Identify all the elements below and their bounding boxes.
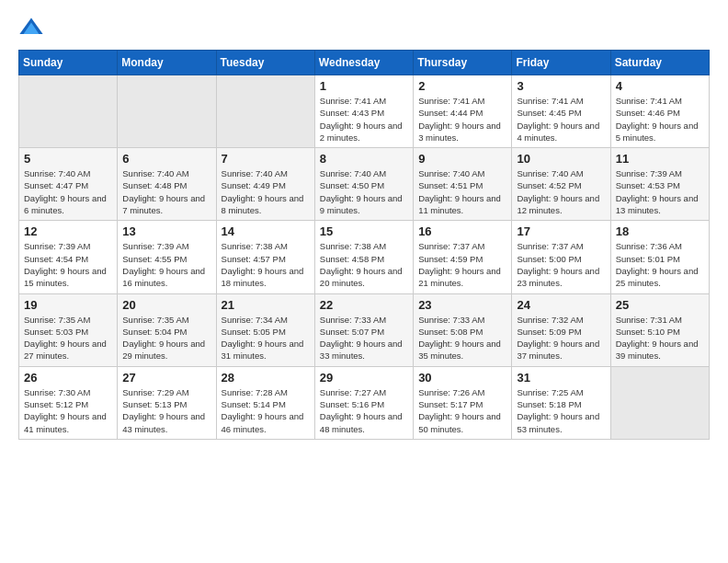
day-number: 23 [418,298,506,312]
day-number: 26 [24,371,112,385]
day-info: Sunrise: 7:28 AMSunset: 5:14 PMDaylight:… [222,386,310,435]
day-info: Sunrise: 7:33 AMSunset: 5:07 PMDaylight:… [320,314,408,362]
day-info: Sunrise: 7:41 AMSunset: 4:43 PMDaylight:… [320,95,408,144]
week-row-1: 1Sunrise: 7:41 AMSunset: 4:43 PMDaylight… [19,75,710,148]
calendar-cell: 7Sunrise: 7:40 AMSunset: 4:49 PMDaylight… [216,148,314,221]
day-number: 12 [24,224,112,238]
weekday-header-thursday: Thursday [414,51,512,75]
day-number: 16 [418,224,506,238]
logo [18,15,46,40]
calendar-cell: 10Sunrise: 7:40 AMSunset: 4:52 PMDayligh… [512,148,610,221]
day-number: 25 [616,298,704,312]
day-info: Sunrise: 7:36 AMSunset: 5:01 PMDaylight:… [616,240,704,289]
day-info: Sunrise: 7:31 AMSunset: 5:10 PMDaylight:… [616,314,704,362]
calendar-cell: 24Sunrise: 7:32 AMSunset: 5:09 PMDayligh… [512,293,610,366]
day-number: 13 [122,224,210,238]
calendar-cell: 1Sunrise: 7:41 AMSunset: 4:43 PMDaylight… [314,75,413,148]
day-number: 14 [222,224,310,238]
day-number: 1 [320,79,408,93]
header [18,15,710,40]
calendar-cell: 19Sunrise: 7:35 AMSunset: 5:03 PMDayligh… [19,293,118,366]
calendar-cell [610,366,709,439]
day-number: 2 [418,79,506,93]
day-info: Sunrise: 7:40 AMSunset: 4:50 PMDaylight:… [320,167,408,216]
day-number: 9 [418,152,506,166]
logo-icon [18,15,44,40]
day-info: Sunrise: 7:40 AMSunset: 4:49 PMDaylight:… [222,167,310,216]
calendar-cell [118,75,216,148]
calendar-cell: 13Sunrise: 7:39 AMSunset: 4:55 PMDayligh… [118,221,216,293]
calendar-cell: 2Sunrise: 7:41 AMSunset: 4:44 PMDaylight… [414,75,512,148]
day-info: Sunrise: 7:39 AMSunset: 4:55 PMDaylight:… [122,240,210,289]
day-info: Sunrise: 7:40 AMSunset: 4:51 PMDaylight:… [418,167,506,216]
day-number: 4 [616,79,704,93]
day-number: 24 [517,298,605,312]
day-number: 18 [616,224,704,238]
day-number: 7 [222,152,310,166]
week-row-5: 26Sunrise: 7:30 AMSunset: 5:12 PMDayligh… [19,366,710,439]
day-info: Sunrise: 7:41 AMSunset: 4:45 PMDaylight:… [517,95,605,144]
day-number: 31 [517,371,605,385]
weekday-header-sunday: Sunday [19,51,118,75]
calendar-cell: 5Sunrise: 7:40 AMSunset: 4:47 PMDaylight… [19,148,118,221]
day-number: 11 [616,152,704,166]
weekday-header-friday: Friday [512,51,610,75]
calendar-cell: 23Sunrise: 7:33 AMSunset: 5:08 PMDayligh… [414,293,512,366]
calendar-cell: 11Sunrise: 7:39 AMSunset: 4:53 PMDayligh… [610,148,709,221]
calendar-cell: 25Sunrise: 7:31 AMSunset: 5:10 PMDayligh… [610,293,709,366]
day-info: Sunrise: 7:26 AMSunset: 5:17 PMDaylight:… [418,386,506,435]
day-info: Sunrise: 7:39 AMSunset: 4:53 PMDaylight:… [616,167,704,216]
week-row-3: 12Sunrise: 7:39 AMSunset: 4:54 PMDayligh… [19,221,710,293]
weekday-header-wednesday: Wednesday [314,51,413,75]
day-number: 17 [517,224,605,238]
day-number: 28 [222,371,310,385]
day-info: Sunrise: 7:41 AMSunset: 4:44 PMDaylight:… [418,95,506,144]
day-info: Sunrise: 7:25 AMSunset: 5:18 PMDaylight:… [517,386,605,435]
day-info: Sunrise: 7:40 AMSunset: 4:52 PMDaylight:… [517,167,605,216]
calendar-table: SundayMondayTuesdayWednesdayThursdayFrid… [18,50,710,440]
day-info: Sunrise: 7:30 AMSunset: 5:12 PMDaylight:… [24,386,112,435]
calendar-cell: 20Sunrise: 7:35 AMSunset: 5:04 PMDayligh… [118,293,216,366]
calendar-cell: 6Sunrise: 7:40 AMSunset: 4:48 PMDaylight… [118,148,216,221]
calendar-cell: 4Sunrise: 7:41 AMSunset: 4:46 PMDaylight… [610,75,709,148]
weekday-header-tuesday: Tuesday [216,51,314,75]
day-info: Sunrise: 7:40 AMSunset: 4:47 PMDaylight:… [24,167,112,216]
calendar-cell: 9Sunrise: 7:40 AMSunset: 4:51 PMDaylight… [414,148,512,221]
week-row-2: 5Sunrise: 7:40 AMSunset: 4:47 PMDaylight… [19,148,710,221]
calendar-cell: 14Sunrise: 7:38 AMSunset: 4:57 PMDayligh… [216,221,314,293]
day-number: 6 [122,152,210,166]
calendar-cell [19,75,118,148]
day-info: Sunrise: 7:40 AMSunset: 4:48 PMDaylight:… [122,167,210,216]
day-info: Sunrise: 7:35 AMSunset: 5:04 PMDaylight:… [122,314,210,362]
day-number: 8 [320,152,408,166]
day-info: Sunrise: 7:37 AMSunset: 5:00 PMDaylight:… [517,240,605,289]
day-info: Sunrise: 7:32 AMSunset: 5:09 PMDaylight:… [517,314,605,362]
weekday-header-saturday: Saturday [610,51,709,75]
calendar-cell: 8Sunrise: 7:40 AMSunset: 4:50 PMDaylight… [314,148,413,221]
day-number: 15 [320,224,408,238]
day-info: Sunrise: 7:34 AMSunset: 5:05 PMDaylight:… [222,314,310,362]
day-info: Sunrise: 7:41 AMSunset: 4:46 PMDaylight:… [616,95,704,144]
calendar-cell: 27Sunrise: 7:29 AMSunset: 5:13 PMDayligh… [118,366,216,439]
day-info: Sunrise: 7:35 AMSunset: 5:03 PMDaylight:… [24,314,112,362]
calendar-cell: 22Sunrise: 7:33 AMSunset: 5:07 PMDayligh… [314,293,413,366]
day-info: Sunrise: 7:39 AMSunset: 4:54 PMDaylight:… [24,240,112,289]
calendar-cell: 16Sunrise: 7:37 AMSunset: 4:59 PMDayligh… [414,221,512,293]
day-number: 5 [24,152,112,166]
day-info: Sunrise: 7:33 AMSunset: 5:08 PMDaylight:… [418,314,506,362]
day-number: 29 [320,371,408,385]
day-info: Sunrise: 7:38 AMSunset: 4:58 PMDaylight:… [320,240,408,289]
day-number: 27 [122,371,210,385]
calendar-cell: 26Sunrise: 7:30 AMSunset: 5:12 PMDayligh… [19,366,118,439]
calendar-cell: 17Sunrise: 7:37 AMSunset: 5:00 PMDayligh… [512,221,610,293]
calendar-cell: 3Sunrise: 7:41 AMSunset: 4:45 PMDaylight… [512,75,610,148]
calendar-cell [216,75,314,148]
day-number: 10 [517,152,605,166]
day-number: 22 [320,298,408,312]
calendar-cell: 15Sunrise: 7:38 AMSunset: 4:58 PMDayligh… [314,221,413,293]
day-number: 21 [222,298,310,312]
day-info: Sunrise: 7:27 AMSunset: 5:16 PMDaylight:… [320,386,408,435]
calendar-cell: 31Sunrise: 7:25 AMSunset: 5:18 PMDayligh… [512,366,610,439]
calendar-cell: 30Sunrise: 7:26 AMSunset: 5:17 PMDayligh… [414,366,512,439]
day-number: 20 [122,298,210,312]
